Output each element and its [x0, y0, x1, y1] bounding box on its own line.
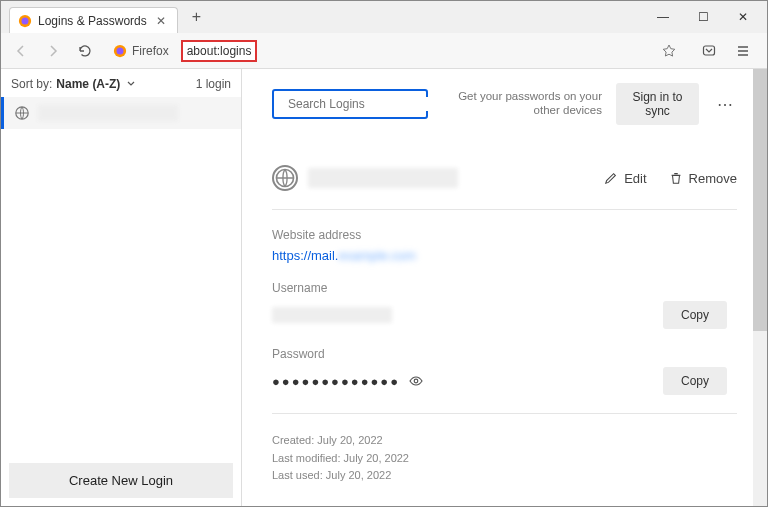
copy-username-button[interactable]: Copy: [663, 301, 727, 329]
login-list: [1, 97, 241, 455]
copy-password-button[interactable]: Copy: [663, 367, 727, 395]
globe-icon: [14, 105, 30, 121]
back-button: [7, 37, 35, 65]
tab-close-icon[interactable]: ✕: [153, 14, 169, 28]
login-detail-panel: Get your passwords on your other devices…: [242, 69, 767, 506]
scrollbar-thumb[interactable]: [753, 69, 767, 331]
create-new-login-button[interactable]: Create New Login: [9, 463, 233, 498]
edit-button[interactable]: Edit: [604, 171, 646, 186]
website-link[interactable]: https://mail.example.com: [272, 248, 416, 263]
username-value: [272, 307, 392, 323]
website-address-label: Website address: [272, 228, 737, 242]
menu-button[interactable]: [729, 37, 757, 65]
url-text: about:logins: [181, 40, 258, 62]
login-title: [308, 168, 458, 188]
chevron-down-icon: [126, 79, 136, 89]
firefox-icon: [113, 44, 127, 58]
titlebar: Logins & Passwords ✕ + ― ☐ ✕: [1, 1, 767, 33]
close-window-button[interactable]: ✕: [725, 3, 761, 31]
login-metadata: Created: July 20, 2022 Last modified: Ju…: [272, 432, 737, 485]
sort-by-label: Sort by:: [11, 77, 52, 91]
forward-button: [39, 37, 67, 65]
url-identity: Firefox: [113, 44, 175, 58]
window-controls: ― ☐ ✕: [645, 1, 761, 33]
svg-rect-4: [704, 46, 715, 55]
browser-tab[interactable]: Logins & Passwords ✕: [9, 7, 178, 33]
reveal-password-icon[interactable]: [408, 373, 424, 389]
search-field[interactable]: [288, 97, 438, 111]
svg-point-3: [117, 47, 124, 54]
pencil-icon: [604, 171, 618, 185]
remove-button[interactable]: Remove: [669, 171, 737, 186]
sort-select[interactable]: Name (A-Z): [56, 77, 136, 91]
globe-icon: [272, 165, 298, 191]
pocket-icon[interactable]: [695, 37, 723, 65]
login-item-title: [38, 105, 178, 121]
reload-button[interactable]: [71, 37, 99, 65]
scrollbar[interactable]: [753, 69, 767, 506]
login-count: 1 login: [196, 77, 231, 91]
more-menu-icon[interactable]: ⋯: [713, 91, 737, 118]
sign-in-to-sync-button[interactable]: Sign in to sync: [616, 83, 699, 125]
navigation-toolbar: Firefox about:logins: [1, 33, 767, 69]
tab-favicon-icon: [18, 14, 32, 28]
password-label: Password: [272, 347, 737, 361]
minimize-button[interactable]: ―: [645, 3, 681, 31]
url-bar[interactable]: Firefox about:logins: [107, 37, 687, 65]
svg-point-1: [22, 17, 29, 24]
svg-point-8: [414, 379, 418, 383]
maximize-button[interactable]: ☐: [685, 3, 721, 31]
new-tab-button[interactable]: +: [186, 8, 207, 26]
tab-title: Logins & Passwords: [38, 14, 147, 28]
trash-icon: [669, 171, 683, 185]
password-value-masked: ●●●●●●●●●●●●●: [272, 374, 400, 389]
username-label: Username: [272, 281, 737, 295]
login-list-item[interactable]: [1, 97, 241, 129]
login-sidebar: Sort by: Name (A-Z) 1 login Create New L…: [1, 69, 242, 506]
bookmark-star-icon[interactable]: [657, 39, 681, 63]
search-logins-input[interactable]: [272, 89, 428, 119]
sync-hint-text: Get your passwords on your other devices: [442, 90, 602, 118]
